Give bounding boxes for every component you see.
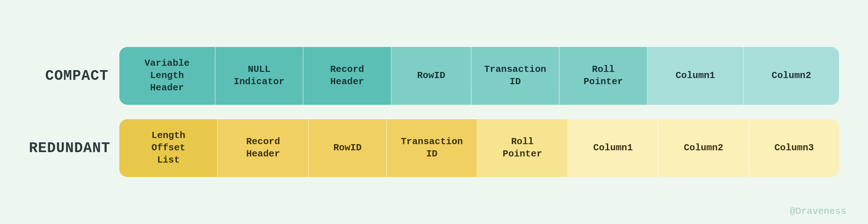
compact-cell-transaction-id: TransactionID: [472, 47, 559, 105]
redundant-cells: LengthOffsetList RecordHeader RowID Tran…: [119, 119, 839, 177]
compact-cell-column2: Column2: [744, 47, 839, 105]
compact-row: COMPACT VariableLengthHeader NULLIndicat…: [29, 47, 839, 105]
compact-cell-rowid: RowID: [392, 47, 472, 105]
compact-cell-null-indicator: NULLIndicator: [216, 47, 303, 105]
redundant-cell-column3: Column3: [749, 119, 839, 177]
compact-cell-roll-pointer: RollPointer: [559, 47, 647, 105]
redundant-cell-transaction-id: TransactionID: [387, 119, 477, 177]
redundant-cell-column1: Column1: [568, 119, 659, 177]
compact-cell-column1: Column1: [648, 47, 744, 105]
redundant-cell-record-header: RecordHeader: [218, 119, 309, 177]
redundant-cell-rowid: RowID: [309, 119, 387, 177]
compact-cells: VariableLengthHeader NULLIndicator Recor…: [119, 47, 839, 105]
redundant-cell-roll-pointer: RollPointer: [477, 119, 568, 177]
redundant-cell-length-offset-list: LengthOffsetList: [119, 119, 218, 177]
compact-cell-variable-length-header: VariableLengthHeader: [119, 47, 216, 105]
watermark: @Draveness: [790, 206, 846, 217]
redundant-label: REDUNDANT: [29, 140, 109, 156]
redundant-row: REDUNDANT LengthOffsetList RecordHeader …: [29, 119, 839, 177]
redundant-cell-column2: Column2: [659, 119, 749, 177]
compact-cell-record-header: RecordHeader: [303, 47, 391, 105]
compact-label: COMPACT: [29, 68, 109, 84]
